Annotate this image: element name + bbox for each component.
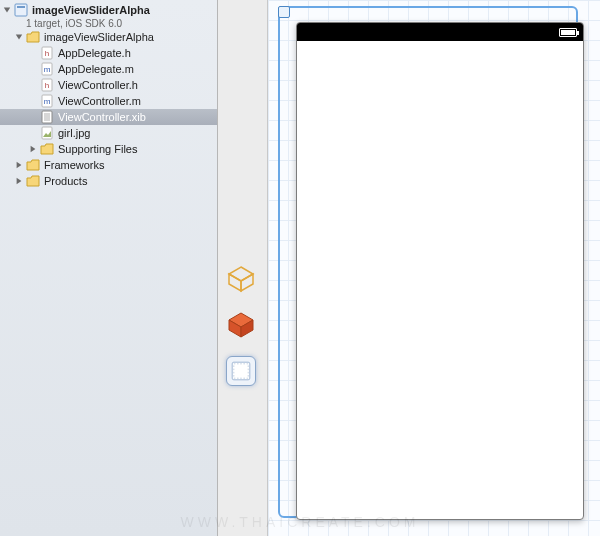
svg-rect-13 bbox=[44, 113, 50, 121]
selection-handle-icon[interactable] bbox=[278, 6, 290, 18]
svg-marker-19 bbox=[229, 267, 253, 281]
ib-canvas[interactable] bbox=[268, 0, 600, 536]
spacer bbox=[28, 128, 38, 138]
file-label: AppDelegate.h bbox=[58, 47, 131, 59]
project-root-row[interactable]: imageViewSliderAlpha bbox=[0, 0, 217, 18]
group-frameworks[interactable]: Frameworks bbox=[0, 157, 217, 173]
first-responder-icon[interactable] bbox=[226, 310, 256, 340]
disclosure-triangle-icon[interactable] bbox=[14, 160, 24, 170]
svg-marker-0 bbox=[4, 8, 10, 13]
impl-file-icon: m bbox=[40, 62, 54, 76]
ib-dock bbox=[218, 0, 268, 536]
spacer bbox=[28, 80, 38, 90]
disclosure-triangle-icon[interactable] bbox=[14, 176, 24, 186]
svg-marker-18 bbox=[17, 178, 22, 184]
svg-text:m: m bbox=[44, 97, 51, 106]
disclosure-triangle-icon[interactable] bbox=[14, 32, 24, 42]
svg-marker-16 bbox=[31, 146, 36, 152]
spacer bbox=[28, 112, 38, 122]
file-viewcontroller-xib[interactable]: ViewController.xib bbox=[0, 109, 217, 125]
xib-file-icon bbox=[40, 110, 54, 124]
svg-rect-2 bbox=[17, 6, 25, 8]
file-appdelegate-m[interactable]: m AppDelegate.m bbox=[0, 61, 217, 77]
file-appdelegate-h[interactable]: h AppDelegate.h bbox=[0, 45, 217, 61]
svg-marker-3 bbox=[16, 35, 22, 40]
group-supporting-files[interactable]: Supporting Files bbox=[0, 141, 217, 157]
file-label: girl.jpg bbox=[58, 127, 90, 139]
file-viewcontroller-h[interactable]: h ViewController.h bbox=[0, 77, 217, 93]
image-file-icon bbox=[40, 126, 54, 140]
project-name-label: imageViewSliderAlpha bbox=[32, 4, 150, 16]
svg-text:h: h bbox=[45, 81, 49, 90]
svg-marker-21 bbox=[241, 274, 253, 291]
selection-outline[interactable] bbox=[278, 6, 578, 518]
xcodeproj-icon bbox=[14, 3, 28, 17]
svg-rect-26 bbox=[234, 364, 248, 378]
files-owner-icon[interactable] bbox=[226, 264, 256, 294]
svg-text:m: m bbox=[44, 65, 51, 74]
svg-marker-20 bbox=[229, 274, 241, 291]
header-file-icon: h bbox=[40, 78, 54, 92]
view-object-icon[interactable] bbox=[226, 356, 256, 386]
folder-icon bbox=[26, 158, 40, 172]
spacer bbox=[28, 96, 38, 106]
group-label: Products bbox=[44, 175, 87, 187]
group-label: Frameworks bbox=[44, 159, 105, 171]
disclosure-triangle-icon[interactable] bbox=[28, 144, 38, 154]
group-main[interactable]: imageViewSliderAlpha bbox=[0, 29, 217, 45]
folder-icon bbox=[40, 142, 54, 156]
group-main-label: imageViewSliderAlpha bbox=[44, 31, 154, 43]
battery-icon bbox=[559, 28, 577, 37]
group-label: Supporting Files bbox=[58, 143, 138, 155]
svg-rect-1 bbox=[15, 4, 27, 16]
folder-icon bbox=[26, 30, 40, 44]
file-label: ViewController.h bbox=[58, 79, 138, 91]
device-view[interactable] bbox=[296, 22, 584, 520]
group-products[interactable]: Products bbox=[0, 173, 217, 189]
spacer bbox=[28, 64, 38, 74]
file-viewcontroller-m[interactable]: m ViewController.m bbox=[0, 93, 217, 109]
project-navigator[interactable]: imageViewSliderAlpha 1 target, iOS SDK 6… bbox=[0, 0, 218, 536]
disclosure-triangle-icon[interactable] bbox=[2, 5, 12, 15]
file-girl-jpg[interactable]: girl.jpg bbox=[0, 125, 217, 141]
project-subtitle: 1 target, iOS SDK 6.0 bbox=[0, 18, 217, 29]
svg-text:h: h bbox=[45, 49, 49, 58]
file-label: ViewController.m bbox=[58, 95, 141, 107]
folder-icon bbox=[26, 174, 40, 188]
file-label: AppDelegate.m bbox=[58, 63, 134, 75]
impl-file-icon: m bbox=[40, 94, 54, 108]
status-bar bbox=[297, 23, 583, 41]
file-label: ViewController.xib bbox=[58, 111, 146, 123]
spacer bbox=[28, 48, 38, 58]
header-file-icon: h bbox=[40, 46, 54, 60]
svg-marker-17 bbox=[17, 162, 22, 168]
